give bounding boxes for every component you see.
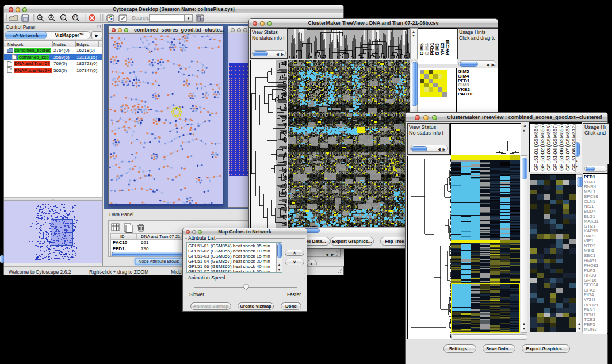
svg-text:▢: ▢ xyxy=(62,17,64,20)
svg-text:GPL51-07 (GSM868): GPL51-07 (GSM868) xyxy=(565,124,571,171)
svg-text:MON2: MON2 xyxy=(584,327,597,332)
svg-text:GPL51-02 (GSM855): GPL51-02 (GSM855) xyxy=(540,124,545,171)
svg-text:GPL51-06 (GSM865): GPL51-06 (GSM865) xyxy=(559,124,564,171)
svg-text:GPL51-01 (GSM854): GPL51-01 (GSM854) xyxy=(533,124,539,171)
svg-text:1:1: 1:1 xyxy=(74,16,78,19)
svg-text:GPL51-03 (GSM856): GPL51-03 (GSM856) xyxy=(546,124,552,171)
svg-text:GPL51-04 (GSM857): GPL51-04 (GSM857) xyxy=(552,124,558,171)
svg-text:PAC10: PAC10 xyxy=(445,40,450,55)
